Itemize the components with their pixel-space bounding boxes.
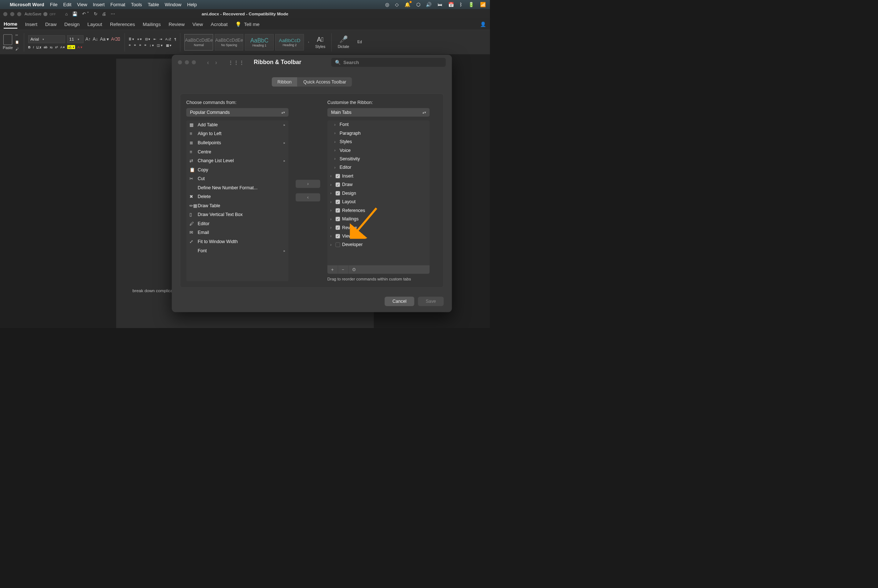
editor-button[interactable]: Ed: [355, 40, 364, 44]
tray-volume-icon[interactable]: 🔊: [426, 2, 431, 8]
tree-item-styles[interactable]: ›Styles: [327, 138, 430, 146]
underline-icon[interactable]: U ▾: [36, 45, 41, 49]
styles-gallery[interactable]: AaBbCcDdEeNormal AaBbCcDdEeNo Spacing Aa…: [185, 34, 304, 51]
disclosure-icon[interactable]: ›: [334, 123, 337, 127]
command-item[interactable]: ✂Cut: [186, 174, 289, 183]
font-color-icon[interactable]: A ▾: [78, 45, 82, 49]
tab-insert[interactable]: Insert: [25, 21, 37, 28]
superscript-icon[interactable]: x²: [55, 45, 57, 49]
command-item[interactable]: 📋Copy: [186, 165, 289, 174]
format-painter-icon[interactable]: 🖌: [14, 46, 20, 52]
tree-item-developer[interactable]: ›Developer: [327, 240, 430, 249]
dialog-grid-icon[interactable]: ⋮⋮⋮: [228, 59, 245, 65]
borders-icon[interactable]: ▦ ▾: [166, 43, 171, 47]
command-item[interactable]: ⇄Change List Level▸: [186, 156, 289, 165]
cut-icon[interactable]: ✂: [14, 32, 20, 38]
tell-me[interactable]: 💡 Tell me: [235, 22, 259, 27]
sort-icon[interactable]: A↓Z: [165, 38, 171, 41]
undo-icon[interactable]: ↶ ˅: [82, 12, 89, 16]
tabs-target-dropdown[interactable]: Main Tabs ▴▾: [327, 108, 430, 116]
seg-ribbon[interactable]: Ribbon: [272, 77, 298, 87]
menu-tools[interactable]: Tools: [131, 2, 142, 8]
tree-item-references[interactable]: ›✓References: [327, 206, 430, 214]
disclosure-icon[interactable]: ›: [330, 225, 334, 230]
tree-checkbox[interactable]: ✓: [336, 182, 340, 187]
show-marks-icon[interactable]: ¶: [174, 38, 176, 41]
tray-bed-icon[interactable]: 🛏: [437, 2, 442, 8]
dialog-search[interactable]: 🔍 Search: [331, 58, 446, 67]
tray-notification-icon[interactable]: 🔔: [404, 2, 410, 8]
autosave-toggle[interactable]: AutoSave OFF: [24, 12, 56, 16]
command-item[interactable]: ✏▦Draw Table: [186, 201, 289, 210]
command-item[interactable]: ≡Centre: [186, 147, 289, 156]
add-tab-button[interactable]: ＋: [327, 265, 338, 273]
menu-format[interactable]: Format: [110, 2, 125, 8]
dialog-back-icon[interactable]: ‹: [207, 59, 209, 66]
command-item[interactable]: ≡Align to Left: [186, 129, 289, 138]
shading-icon[interactable]: ◫ ▾: [157, 43, 162, 47]
styles-pane-button[interactable]: Aͣ Styles: [313, 36, 328, 49]
subscript-icon[interactable]: x₂: [50, 45, 53, 49]
dialog-maximize-icon[interactable]: [192, 60, 196, 64]
numbering-icon[interactable]: ≡ ▾: [137, 38, 141, 41]
maximize-window[interactable]: [17, 12, 21, 16]
tree-item-font[interactable]: ›Font: [327, 120, 430, 129]
menu-insert[interactable]: Insert: [93, 2, 105, 8]
dialog-close-icon[interactable]: [178, 60, 182, 64]
command-item[interactable]: Define New Number Format...: [186, 183, 289, 193]
dialog-forward-icon[interactable]: ›: [215, 59, 217, 66]
disclosure-icon[interactable]: ›: [334, 165, 337, 170]
share-icon[interactable]: 👤: [480, 22, 486, 27]
paste-button[interactable]: Paste: [3, 34, 13, 50]
highlight-icon[interactable]: ab ▾: [68, 45, 75, 49]
tray-tag-icon[interactable]: ◇: [395, 2, 399, 8]
copy-icon[interactable]: 📋: [14, 39, 20, 45]
tree-item-draw[interactable]: ›✓Draw: [327, 180, 430, 189]
close-window[interactable]: [3, 12, 8, 16]
align-right-icon[interactable]: ≡: [139, 43, 141, 47]
tree-checkbox[interactable]: ✓: [336, 174, 340, 178]
tray-bluetooth-icon[interactable]: ᛒ: [460, 2, 463, 8]
tab-acrobat[interactable]: Acrobat: [211, 21, 227, 28]
disclosure-icon[interactable]: ›: [330, 191, 334, 195]
line-spacing-icon[interactable]: ↕ ▾: [149, 43, 153, 47]
multilevel-icon[interactable]: ⊟ ▾: [145, 38, 150, 41]
tree-checkbox[interactable]: [336, 242, 340, 247]
tree-item-editor[interactable]: ›Editor: [327, 163, 430, 172]
italic-icon[interactable]: I: [33, 45, 34, 49]
grow-font-icon[interactable]: A↑: [86, 37, 90, 42]
menu-table[interactable]: Table: [148, 2, 159, 8]
clear-formatting-icon[interactable]: A⌫: [111, 37, 120, 42]
tree-item-voice[interactable]: ›Voice: [327, 146, 430, 154]
tree-checkbox[interactable]: ✓: [336, 225, 340, 230]
tree-checkbox[interactable]: ✓: [336, 208, 340, 213]
commands-source-dropdown[interactable]: Popular Commands ▴▾: [186, 108, 289, 116]
change-case-icon[interactable]: Aa ▾: [100, 37, 109, 42]
font-name-combo[interactable]: Arial▾: [28, 36, 65, 43]
tree-item-mailings[interactable]: ›✓Mailings: [327, 214, 430, 223]
style-normal[interactable]: AaBbCcDdEeNormal: [185, 34, 213, 51]
tree-item-layout[interactable]: ›✓Layout: [327, 198, 430, 206]
increase-indent-icon[interactable]: ⇥: [159, 38, 162, 41]
save-button[interactable]: Save: [418, 297, 444, 306]
menu-window[interactable]: Window: [165, 2, 181, 8]
redo-icon[interactable]: ↻: [94, 12, 98, 16]
tree-item-sensitivity[interactable]: ›Sensitivity: [327, 154, 430, 163]
tab-options-button[interactable]: ⊙: [349, 265, 359, 273]
command-item[interactable]: ▯Draw Vertical Text Box: [186, 210, 289, 219]
tab-view[interactable]: View: [192, 21, 203, 28]
tree-item-design[interactable]: ›✓Design: [327, 189, 430, 197]
disclosure-icon[interactable]: ›: [334, 131, 337, 135]
style-no-spacing[interactable]: AaBbCcDdEeNo Spacing: [215, 34, 243, 51]
remove-tab-button[interactable]: －: [338, 265, 349, 273]
tab-mailings[interactable]: Mailings: [143, 21, 161, 28]
tray-calendar-icon[interactable]: 📅: [448, 2, 454, 8]
style-heading-2[interactable]: AaBbCcDHeading 2: [275, 34, 304, 51]
disclosure-icon[interactable]: ›: [334, 140, 337, 144]
cancel-button[interactable]: Cancel: [385, 297, 415, 306]
disclosure-icon[interactable]: ›: [330, 174, 334, 178]
align-left-icon[interactable]: ≡: [129, 43, 131, 47]
disclosure-icon[interactable]: ›: [334, 157, 337, 161]
styles-scroll-icon[interactable]: ›: [308, 40, 309, 44]
command-item[interactable]: 🖊Editor: [186, 219, 289, 228]
